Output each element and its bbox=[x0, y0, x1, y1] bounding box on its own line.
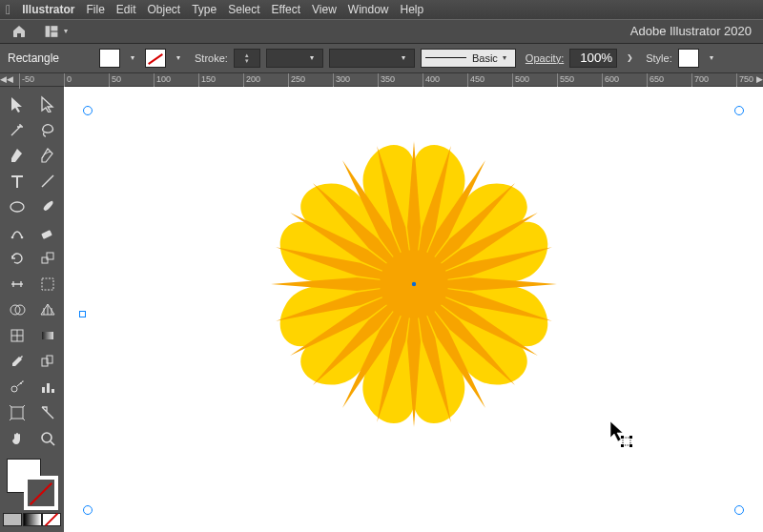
style-label: Style: bbox=[646, 52, 672, 64]
svg-rect-28 bbox=[622, 445, 624, 447]
graphic-styles-expand-icon[interactable]: ❯ bbox=[623, 49, 636, 68]
color-mode-solid[interactable] bbox=[3, 513, 22, 526]
bbox-handle-ml[interactable] bbox=[79, 311, 86, 317]
width-tool[interactable] bbox=[3, 273, 31, 296]
ruler-tick-label: 200 bbox=[246, 74, 260, 84]
svg-point-19 bbox=[22, 380, 23, 381]
brush-definition[interactable]: Basic ▾ bbox=[421, 49, 516, 68]
menu-effect[interactable]: Effect bbox=[272, 3, 300, 16]
bbox-handle-br[interactable] bbox=[734, 505, 744, 515]
column-graph-tool[interactable] bbox=[33, 376, 61, 399]
svg-rect-7 bbox=[41, 230, 52, 239]
blend-tool[interactable] bbox=[33, 350, 61, 373]
line-segment-icon bbox=[39, 173, 56, 190]
stroke-weight-field[interactable]: ▾ bbox=[266, 49, 323, 68]
bbox-handle-bl[interactable] bbox=[83, 505, 93, 515]
svg-point-3 bbox=[20, 125, 22, 127]
menu-help[interactable]: Help bbox=[401, 3, 424, 16]
curvature-tool[interactable] bbox=[33, 144, 61, 167]
ruler-tick-label: 650 bbox=[650, 74, 664, 84]
fill-dropdown-icon[interactable]: ▾ bbox=[126, 49, 139, 68]
ruler-tick-label: 450 bbox=[470, 74, 485, 84]
slice-icon bbox=[39, 404, 56, 421]
menu-select[interactable]: Select bbox=[228, 3, 259, 16]
eyedropper-icon bbox=[9, 353, 26, 370]
svg-rect-27 bbox=[630, 437, 632, 439]
style-swatch[interactable] bbox=[678, 49, 699, 68]
hand-tool[interactable] bbox=[3, 427, 31, 450]
ellipse-icon bbox=[9, 198, 26, 215]
menu-view[interactable]: View bbox=[312, 3, 337, 16]
color-mode-gradient[interactable] bbox=[23, 513, 42, 526]
eraser-tool[interactable] bbox=[33, 221, 61, 244]
main-area bbox=[0, 87, 763, 532]
pen-tool[interactable] bbox=[3, 144, 31, 167]
ruler-tick-label: 0 bbox=[67, 74, 72, 84]
scale-tool[interactable] bbox=[33, 247, 61, 270]
symbol-sprayer-tool[interactable] bbox=[3, 376, 31, 399]
stroke-weight-stepper[interactable]: ▴▾ bbox=[234, 49, 260, 68]
menu-illustrator[interactable]: Illustrator bbox=[22, 3, 74, 16]
line-segment-tool[interactable] bbox=[33, 170, 61, 193]
ruler-tick-label: 550 bbox=[560, 74, 574, 84]
shape-builder-icon bbox=[9, 301, 26, 318]
menu-file[interactable]: File bbox=[86, 3, 104, 16]
magic-wand-tool[interactable] bbox=[3, 118, 31, 141]
macos-menubar[interactable]:  Illustrator File Edit Object Type Sele… bbox=[0, 0, 763, 19]
artboard[interactable] bbox=[73, 98, 753, 522]
workspace-switcher[interactable]: ▾ bbox=[42, 20, 69, 43]
zoom-icon bbox=[39, 430, 56, 447]
zoom-tool[interactable] bbox=[33, 427, 61, 450]
canvas[interactable] bbox=[64, 87, 763, 532]
menu-object[interactable]: Object bbox=[148, 3, 181, 16]
ellipse-tool[interactable] bbox=[3, 195, 31, 218]
scale-icon bbox=[39, 250, 56, 267]
shape-builder-tool[interactable] bbox=[3, 298, 31, 321]
menu-window[interactable]: Window bbox=[348, 3, 389, 16]
eyedropper-tool[interactable] bbox=[3, 350, 31, 373]
apple-menu-icon[interactable]:  bbox=[6, 2, 10, 17]
free-transform-tool[interactable] bbox=[33, 273, 61, 296]
ruler-tick-label: 100 bbox=[156, 74, 171, 84]
artboard-tool[interactable] bbox=[3, 401, 31, 424]
bbox-handle-tl[interactable] bbox=[83, 106, 93, 115]
selection-tool[interactable] bbox=[3, 92, 31, 115]
color-mode-none[interactable] bbox=[42, 513, 61, 526]
brush-label: Basic bbox=[472, 52, 498, 64]
rotate-tool[interactable] bbox=[3, 247, 31, 270]
stroke-indicator[interactable] bbox=[24, 476, 58, 510]
opacity-label[interactable]: Opacity: bbox=[526, 52, 564, 64]
style-dropdown-icon[interactable]: ▾ bbox=[705, 49, 718, 68]
fill-swatch[interactable] bbox=[99, 49, 120, 68]
opacity-input[interactable] bbox=[574, 51, 612, 65]
slice-tool[interactable] bbox=[33, 401, 61, 424]
menu-type[interactable]: Type bbox=[192, 3, 217, 16]
svg-rect-2 bbox=[51, 31, 57, 36]
variable-width-profile[interactable]: ▾ bbox=[329, 49, 415, 68]
free-transform-cursor-icon bbox=[609, 420, 634, 453]
type-tool[interactable] bbox=[3, 170, 31, 193]
artwork-flower[interactable] bbox=[252, 122, 576, 446]
stroke-dropdown-icon[interactable]: ▾ bbox=[172, 49, 185, 68]
tools-panel bbox=[0, 87, 64, 532]
paintbrush-tool[interactable] bbox=[33, 195, 61, 218]
home-button[interactable] bbox=[8, 20, 31, 43]
gradient-tool[interactable] bbox=[33, 324, 61, 347]
direct-selection-tool[interactable] bbox=[33, 92, 61, 115]
svg-rect-10 bbox=[42, 278, 53, 290]
opacity-field[interactable] bbox=[569, 49, 617, 68]
stroke-swatch[interactable] bbox=[145, 49, 166, 68]
bbox-handle-tr[interactable] bbox=[734, 106, 744, 115]
artboard-icon bbox=[9, 404, 26, 421]
tab-scroll-left-icon[interactable]: ◀◀ bbox=[0, 74, 13, 84]
shaper-tool[interactable] bbox=[3, 221, 31, 244]
tab-scroll-right-icon[interactable]: ▶ bbox=[756, 74, 763, 84]
svg-rect-20 bbox=[42, 387, 45, 393]
shaper-icon bbox=[9, 224, 26, 241]
menu-edit[interactable]: Edit bbox=[116, 3, 136, 16]
fill-stroke-indicator[interactable] bbox=[3, 459, 61, 508]
perspective-grid-tool[interactable] bbox=[33, 298, 61, 321]
lasso-tool[interactable] bbox=[33, 118, 61, 141]
horizontal-ruler[interactable]: ◀◀ ▶ -5005010015020025030035040045050055… bbox=[0, 73, 763, 88]
mesh-tool[interactable] bbox=[3, 324, 31, 347]
